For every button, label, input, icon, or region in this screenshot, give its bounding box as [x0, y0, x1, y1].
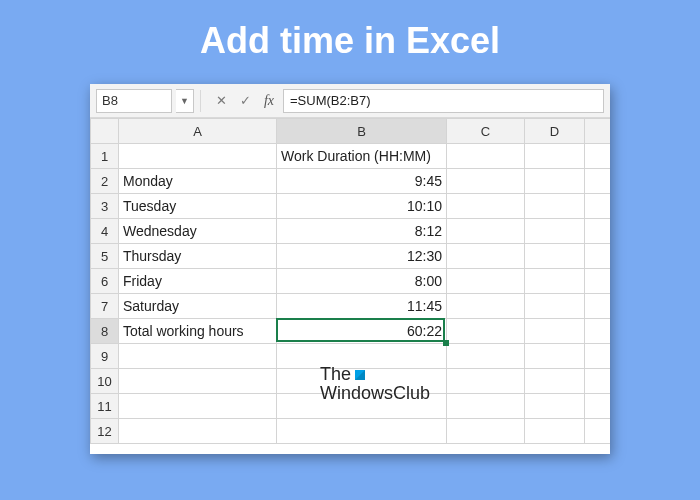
cell[interactable] [585, 294, 611, 319]
cell[interactable] [447, 319, 525, 344]
cell[interactable] [525, 294, 585, 319]
chevron-down-icon: ▼ [180, 96, 189, 106]
cell[interactable] [585, 344, 611, 369]
formula-input[interactable]: =SUM(B2:B7) [283, 89, 604, 113]
row-header[interactable]: 6 [91, 269, 119, 294]
cell[interactable]: Tuesday [119, 194, 277, 219]
name-box-dropdown[interactable]: ▼ [176, 89, 194, 113]
row-header[interactable]: 3 [91, 194, 119, 219]
cell[interactable] [447, 169, 525, 194]
spreadsheet-grid[interactable]: A B C D 1 Work Duration (HH:MM) 2 [90, 118, 610, 454]
cell[interactable]: 10:10 [277, 194, 447, 219]
cell[interactable] [277, 344, 447, 369]
cell[interactable] [447, 394, 525, 419]
cell[interactable] [525, 369, 585, 394]
row-header[interactable]: 8 [91, 319, 119, 344]
excel-window: B8 ▼ ✕ ✓ fx =SUM(B2:B7) A B C D [90, 84, 610, 454]
check-icon[interactable]: ✓ [235, 93, 255, 108]
row-header[interactable]: 2 [91, 169, 119, 194]
cell[interactable]: Monday [119, 169, 277, 194]
cell[interactable]: Saturday [119, 294, 277, 319]
cell[interactable] [585, 194, 611, 219]
cell[interactable] [585, 269, 611, 294]
cell[interactable] [119, 394, 277, 419]
formula-bar: B8 ▼ ✕ ✓ fx =SUM(B2:B7) [90, 84, 610, 118]
cell[interactable] [525, 169, 585, 194]
row-header[interactable]: 11 [91, 394, 119, 419]
cell[interactable] [447, 244, 525, 269]
separator [200, 90, 205, 112]
cell[interactable] [447, 144, 525, 169]
cell[interactable]: 8:00 [277, 269, 447, 294]
row-header[interactable]: 9 [91, 344, 119, 369]
row-header[interactable]: 1 [91, 144, 119, 169]
cell[interactable] [525, 394, 585, 419]
cell[interactable] [525, 244, 585, 269]
cell[interactable] [447, 269, 525, 294]
cell[interactable] [447, 194, 525, 219]
cell[interactable] [525, 344, 585, 369]
cell[interactable]: Thursday [119, 244, 277, 269]
cell[interactable] [585, 369, 611, 394]
cell[interactable] [277, 394, 447, 419]
row-header[interactable]: 12 [91, 419, 119, 444]
cell[interactable] [277, 419, 447, 444]
cell[interactable] [447, 419, 525, 444]
cell[interactable] [585, 219, 611, 244]
cell[interactable] [585, 419, 611, 444]
col-header-E[interactable] [585, 119, 611, 144]
col-header-B[interactable]: B [277, 119, 447, 144]
cell-selected[interactable]: 60:22 [277, 319, 447, 344]
cell[interactable]: 8:12 [277, 219, 447, 244]
cell[interactable]: 12:30 [277, 244, 447, 269]
cell[interactable] [447, 294, 525, 319]
cell[interactable] [119, 144, 277, 169]
cell[interactable]: 9:45 [277, 169, 447, 194]
cell[interactable] [525, 319, 585, 344]
cell[interactable] [585, 394, 611, 419]
cell[interactable]: Work Duration (HH:MM) [277, 144, 447, 169]
cell[interactable]: Total working hours [119, 319, 277, 344]
col-header-A[interactable]: A [119, 119, 277, 144]
banner-title: Add time in Excel [200, 20, 500, 62]
cell[interactable] [585, 169, 611, 194]
name-box[interactable]: B8 [96, 89, 172, 113]
cell[interactable] [277, 369, 447, 394]
col-header-C[interactable]: C [447, 119, 525, 144]
cell[interactable] [585, 244, 611, 269]
cell[interactable] [447, 369, 525, 394]
cell[interactable] [119, 344, 277, 369]
cell[interactable]: 11:45 [277, 294, 447, 319]
fill-handle[interactable] [443, 340, 449, 346]
cell[interactable] [525, 219, 585, 244]
row-header[interactable]: 4 [91, 219, 119, 244]
cell[interactable] [525, 419, 585, 444]
cell[interactable] [585, 144, 611, 169]
cancel-icon[interactable]: ✕ [211, 93, 231, 108]
cell[interactable] [119, 419, 277, 444]
col-header-D[interactable]: D [525, 119, 585, 144]
cell[interactable]: Friday [119, 269, 277, 294]
row-header[interactable]: 10 [91, 369, 119, 394]
cell[interactable] [525, 194, 585, 219]
row-header[interactable]: 7 [91, 294, 119, 319]
cell[interactable] [585, 319, 611, 344]
select-all-corner[interactable] [91, 119, 119, 144]
cell[interactable] [525, 144, 585, 169]
row-header[interactable]: 5 [91, 244, 119, 269]
cell[interactable] [447, 219, 525, 244]
cell[interactable] [447, 344, 525, 369]
fx-icon[interactable]: fx [259, 93, 279, 109]
cell[interactable]: Wednesday [119, 219, 277, 244]
cell[interactable] [525, 269, 585, 294]
cell[interactable] [119, 369, 277, 394]
